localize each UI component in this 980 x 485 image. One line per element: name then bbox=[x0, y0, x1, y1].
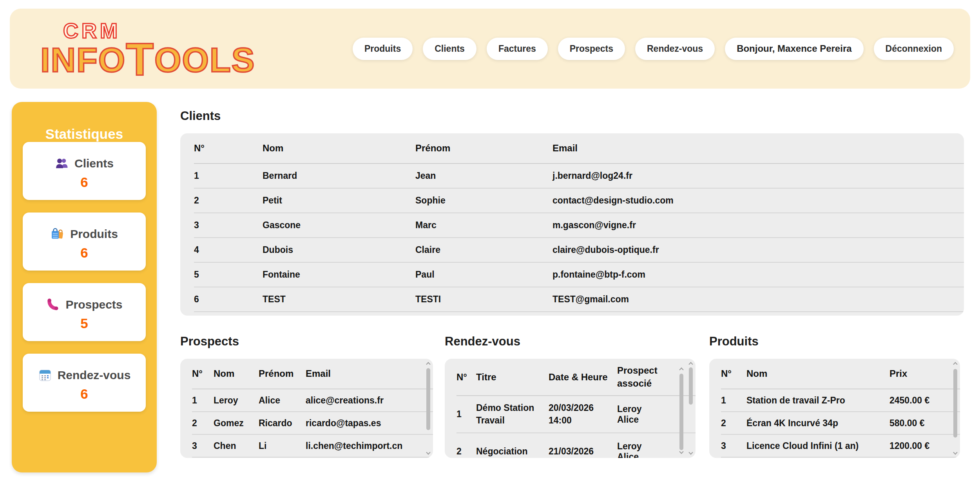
cell-n: 2 bbox=[192, 418, 214, 429]
cell-n: 2 bbox=[456, 446, 476, 457]
stat-value-produits: 6 bbox=[80, 245, 88, 261]
cell-n: 1 bbox=[456, 409, 476, 420]
cell-n: 5 bbox=[194, 269, 263, 280]
calendar-icon bbox=[38, 368, 52, 382]
cell-nom: Gomez bbox=[214, 418, 259, 429]
stat-label-produits: Produits bbox=[70, 227, 118, 241]
stat-value-clients: 6 bbox=[80, 174, 88, 190]
cell-prenom: TESTI bbox=[415, 294, 552, 305]
sidebar-title: Statistiques bbox=[12, 126, 157, 142]
table-row: 4 Dubois Claire claire@dubois-optique.fr bbox=[194, 238, 964, 263]
column-header: Nom bbox=[214, 368, 259, 379]
cell-n: 3 bbox=[194, 220, 263, 231]
cell-prenom: Li bbox=[259, 441, 306, 451]
cell-email: j.bernard@log24.fr bbox=[552, 171, 950, 181]
table-row: 2 Négociation 21/03/2026 Leroy Alice bbox=[456, 433, 696, 458]
prospects-scrollbar[interactable] bbox=[426, 362, 431, 455]
phone-icon bbox=[46, 298, 60, 312]
column-header: N° bbox=[192, 368, 214, 379]
rendezvous-table-header: N° Titre Date & Heure Prospect associé bbox=[456, 359, 696, 396]
table-row: 2 Petit Sophie contact@design-studio.com bbox=[194, 189, 964, 213]
cell-prenom: Marc bbox=[415, 220, 552, 231]
clients-section-title: Clients bbox=[180, 109, 221, 123]
prospects-section-title: Prospects bbox=[180, 334, 239, 349]
stat-card-clients: Clients 6 bbox=[23, 142, 146, 200]
cell-email: p.fontaine@btp-f.com bbox=[552, 269, 950, 280]
cell-prospect: Leroy Alice bbox=[617, 441, 664, 458]
table-row: 1 Station de travail Z-Pro 2450.00 € bbox=[721, 389, 960, 412]
prospects-table: N° Nom Prénom Email 1 Leroy Alice alice@… bbox=[180, 359, 433, 458]
cell-prenom: Jean bbox=[415, 171, 552, 181]
stat-card-rendezvous: Rendez-vous 6 bbox=[23, 354, 146, 412]
cell-prenom: Claire bbox=[415, 245, 552, 255]
column-header: Email bbox=[306, 368, 413, 379]
rendezvous-table: N° Titre Date & Heure Prospect associé 1… bbox=[445, 359, 696, 458]
stat-card-prospects: Prospects 5 bbox=[23, 283, 146, 341]
stat-value-prospects: 5 bbox=[80, 316, 88, 331]
cell-prix: 1200.00 € bbox=[889, 441, 940, 451]
logo-crm-text: CRM bbox=[63, 20, 255, 41]
cell-email: alice@creations.fr bbox=[306, 395, 413, 406]
logo-part-ools: OOLS bbox=[154, 43, 255, 77]
column-header: Email bbox=[552, 143, 950, 154]
cell-nom: Leroy bbox=[214, 395, 259, 406]
cell-email: claire@dubois-optique.fr bbox=[552, 245, 950, 255]
nav-clients-button[interactable]: Clients bbox=[423, 38, 476, 60]
column-header: Prénom bbox=[259, 368, 306, 379]
cell-n: 6 bbox=[194, 294, 263, 305]
cell-n: 3 bbox=[192, 441, 214, 451]
cell-n: 1 bbox=[721, 395, 746, 406]
table-row: 3 Licence Cloud Infini (1 an) 1200.00 € bbox=[721, 435, 960, 458]
column-header: Nom bbox=[263, 143, 415, 154]
cell-prenom: Ricardo bbox=[259, 418, 306, 429]
cell-n: 4 bbox=[194, 245, 263, 255]
crm-dashboard: CRM INFOTOOLS Produits Clients Factures … bbox=[0, 0, 980, 485]
cell-nom: Licence Cloud Infini (1 an) bbox=[746, 441, 889, 451]
produits-section-title: Produits bbox=[709, 334, 759, 349]
clients-table-header: N° Nom Prénom Email bbox=[194, 133, 964, 164]
table-row: 1 Leroy Alice alice@creations.fr bbox=[192, 389, 433, 412]
produits-scrollbar[interactable] bbox=[953, 362, 958, 455]
rendezvous-inner-scrollbar[interactable] bbox=[679, 362, 684, 455]
rendezvous-outer-scrollbar[interactable] bbox=[688, 362, 693, 455]
logo-part-info: INFO bbox=[40, 43, 126, 77]
cell-date: 20/03/2026 bbox=[549, 402, 613, 414]
cell-email: m.gascon@vigne.fr bbox=[552, 220, 950, 231]
cell-nom: TEST bbox=[263, 294, 415, 305]
table-row: 6 TEST TESTI TEST@gmail.com bbox=[194, 287, 964, 312]
cell-nom: Gascone bbox=[263, 220, 415, 231]
nav-rendezvous-button[interactable]: Rendez-vous bbox=[635, 38, 715, 60]
table-row: 5 Fontaine Paul p.fontaine@btp-f.com bbox=[194, 263, 964, 287]
column-header: Prospect associé bbox=[617, 364, 664, 390]
cell-nom: Petit bbox=[263, 195, 415, 206]
logo-part-t: T bbox=[126, 42, 154, 77]
user-greeting-button[interactable]: Bonjour, Maxence Pereira bbox=[725, 38, 863, 60]
column-header: Prénom bbox=[415, 143, 552, 154]
cell-prenom: Alice bbox=[259, 395, 306, 406]
cell-n: 3 bbox=[721, 441, 746, 451]
cell-n: 2 bbox=[721, 418, 746, 429]
nav-prospects-button[interactable]: Prospects bbox=[558, 38, 625, 60]
cell-n: 2 bbox=[194, 195, 263, 206]
produits-table: N° Nom Prix 1 Station de travail Z-Pro 2… bbox=[709, 359, 960, 458]
cell-prospect: Leroy Alice bbox=[617, 404, 664, 425]
logo-infotools-text: INFOTOOLS bbox=[40, 42, 255, 77]
logout-button[interactable]: Déconnexion bbox=[874, 38, 954, 60]
cell-datetime: 20/03/2026 14:00 bbox=[549, 402, 617, 426]
cell-nom: Dubois bbox=[263, 245, 415, 255]
cell-datetime: 21/03/2026 bbox=[549, 445, 617, 458]
people-icon bbox=[55, 156, 69, 171]
column-header: Date & Heure bbox=[549, 372, 617, 383]
app-header: CRM INFOTOOLS Produits Clients Factures … bbox=[10, 9, 970, 89]
column-header: N° bbox=[456, 372, 476, 383]
column-header: Titre bbox=[476, 372, 549, 383]
shopping-bags-icon bbox=[51, 227, 65, 241]
app-logo: CRM INFOTOOLS bbox=[40, 20, 255, 77]
stat-value-rendezvous: 6 bbox=[80, 386, 88, 402]
cell-date: 21/03/2026 bbox=[549, 445, 613, 458]
cell-email: TEST@gmail.com bbox=[552, 294, 950, 305]
cell-titre: Négociation bbox=[476, 445, 549, 458]
cell-n: 1 bbox=[194, 171, 263, 181]
nav-factures-button[interactable]: Factures bbox=[487, 38, 548, 60]
nav-produits-button[interactable]: Produits bbox=[353, 38, 413, 60]
